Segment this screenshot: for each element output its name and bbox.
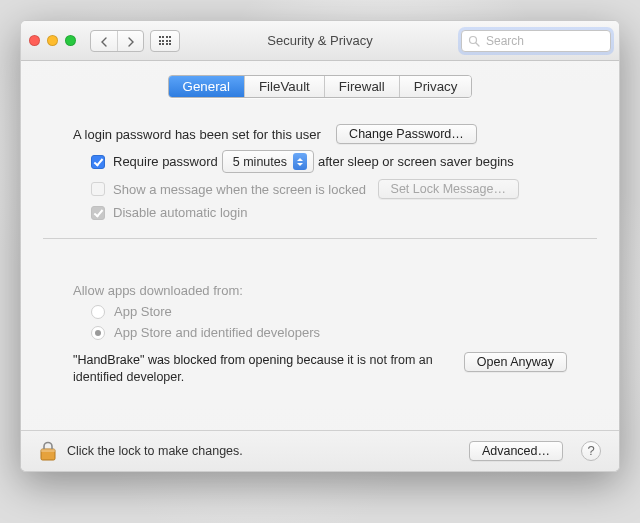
divider [43,238,597,239]
require-password-label: Require password [113,154,218,169]
nav-back-forward [90,30,144,52]
gatekeeper-heading-row: Allow apps downloaded from: [73,283,567,298]
blocked-app-message: "HandBrake" was blocked from opening bec… [73,352,448,386]
tabs-container: General FileVault Firewall Privacy [43,75,597,98]
require-password-row: Require password 5 minutes after sleep o… [73,150,567,173]
blocked-app-row: "HandBrake" was blocked from opening bec… [73,352,567,386]
search-input[interactable] [484,33,604,49]
lock-icon [39,441,57,461]
advanced-button[interactable]: Advanced… [469,441,563,461]
disable-auto-login-row: Disable automatic login [73,205,567,220]
password-delay-popup[interactable]: 5 minutes [222,150,314,173]
forward-button[interactable] [117,31,143,52]
chevron-left-icon [100,37,108,47]
help-button[interactable]: ? [581,441,601,461]
show-message-checkbox [91,182,105,196]
tab-filevault[interactable]: FileVault [244,76,324,97]
password-delay-value: 5 minutes [233,155,287,169]
show-all-button[interactable] [150,30,180,52]
tab-general[interactable]: General [169,76,244,97]
gatekeeper-identified-label: App Store and identified developers [114,325,320,340]
gatekeeper-identified-radio [91,326,105,340]
stepper-icon [293,153,307,170]
open-anyway-button[interactable]: Open Anyway [464,352,567,372]
svg-line-1 [476,43,479,46]
tab-firewall[interactable]: Firewall [324,76,399,97]
tab-row: General FileVault Firewall Privacy [168,75,473,98]
set-lock-message-button: Set Lock Message… [378,179,519,199]
disable-auto-login-label: Disable automatic login [113,205,247,220]
gatekeeper-appstore-radio [91,305,105,319]
chevron-right-icon [127,37,135,47]
svg-point-0 [470,36,477,43]
grid-icon [159,36,172,45]
back-button[interactable] [91,31,117,52]
search-field-wrapper[interactable] [461,30,611,52]
general-panel: A login password has been set for this u… [43,114,597,430]
lock-message: Click the lock to make changes. [67,444,243,458]
login-password-row: A login password has been set for this u… [73,124,567,144]
gatekeeper-appstore-label: App Store [114,304,172,319]
lock-button[interactable] [39,441,57,461]
after-sleep-label: after sleep or screen saver begins [318,154,514,169]
blocked-app-prefix: "HandBrake" was blocked from opening bec… [73,353,344,367]
zoom-window-button[interactable] [65,35,76,46]
show-message-row: Show a message when the screen is locked… [73,179,567,199]
footer: Click the lock to make changes. Advanced… [21,430,619,471]
show-message-label: Show a message when the screen is locked [113,182,366,197]
gatekeeper-heading: Allow apps downloaded from: [73,283,243,298]
content-area: General FileVault Firewall Privacy A log… [21,61,619,430]
change-password-button[interactable]: Change Password… [336,124,477,144]
close-window-button[interactable] [29,35,40,46]
search-icon [468,35,480,47]
traffic-lights [29,35,76,46]
gatekeeper-identified-row: App Store and identified developers [73,325,567,340]
login-password-label: A login password has been set for this u… [73,127,321,142]
require-password-checkbox[interactable] [91,155,105,169]
preferences-window: Security & Privacy General FileVault Fir… [20,20,620,472]
tab-privacy[interactable]: Privacy [399,76,472,97]
titlebar: Security & Privacy [21,21,619,61]
minimize-window-button[interactable] [47,35,58,46]
svg-rect-3 [41,449,55,452]
gatekeeper-appstore-row: App Store [73,304,567,319]
disable-auto-login-checkbox [91,206,105,220]
